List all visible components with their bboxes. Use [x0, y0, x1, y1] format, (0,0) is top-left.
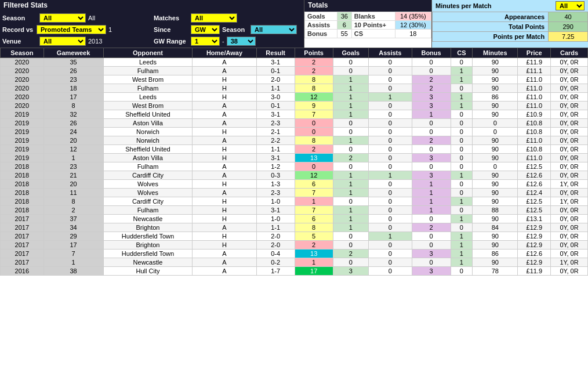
venue-select[interactable]: All	[39, 37, 86, 46]
cell-assists: 0	[369, 58, 412, 67]
season-label: Season	[2, 15, 37, 21]
gw-from-select[interactable]: 1	[191, 37, 220, 46]
cell-result: 3-1	[256, 206, 295, 215]
cell-bonus: 1	[412, 180, 451, 189]
cell-goals: 0	[333, 58, 368, 67]
cell-cards: 0Y, 0R	[551, 128, 588, 136]
cell-cs: 0	[451, 110, 473, 119]
cell-minutes: 90	[473, 171, 518, 180]
cell-season: 2017	[1, 232, 44, 241]
since-label: Since	[154, 26, 188, 33]
season-all-text: All	[88, 15, 95, 21]
since-select[interactable]: GW	[191, 25, 220, 34]
cell-bonus: 3	[412, 267, 451, 276]
cell-points: 13	[295, 154, 333, 162]
cell-goals: 0	[333, 258, 368, 267]
cell-minutes: 0	[473, 119, 518, 128]
cell-opponent: Wolves	[103, 180, 193, 189]
record-vs-select[interactable]: Promoted Teams	[37, 25, 106, 34]
table-row: 201734BrightonA1-18102084£12.90Y, 0R	[1, 223, 588, 232]
cell-price: £10.8	[518, 128, 551, 136]
cell-assists: 0	[369, 162, 412, 171]
cell-price: £12.5	[518, 162, 551, 171]
cell-gameweek: 11	[43, 189, 103, 197]
cell-season: 2020	[1, 58, 44, 67]
cell-homeaway: H	[193, 197, 256, 206]
cell-points: 1	[295, 258, 333, 267]
col-header-cards: Cards	[551, 48, 588, 58]
cell-price: £11.0	[518, 75, 551, 84]
cell-cards: 0Y, 0R	[551, 58, 588, 67]
gw-range-label: GW Range	[154, 38, 188, 45]
season2-label: Season	[222, 26, 248, 33]
cell-minutes: 90	[473, 75, 518, 84]
cell-cs: 1	[451, 232, 473, 241]
cell-price: £11.0	[518, 84, 551, 93]
cell-cs: 0	[451, 206, 473, 215]
cell-opponent: Cardiff City	[103, 197, 193, 206]
table-row: 20171NewcastleA0-21000190£12.91Y, 0R	[1, 258, 588, 267]
cell-gameweek: 23	[43, 162, 103, 171]
cell-gameweek: 38	[43, 267, 103, 276]
cell-goals: 1	[333, 93, 368, 102]
col-header-assists: Assists	[369, 48, 412, 58]
ppm-value: 7.25	[549, 32, 588, 42]
cell-cards: 0Y, 0R	[551, 102, 588, 110]
cell-opponent: Wolves	[103, 189, 193, 197]
table-row: 201920NorwichA2-28102090£11.00Y, 0R	[1, 136, 588, 145]
table-row: 202017LeedsH3-012113186£11.00Y, 0R	[1, 93, 588, 102]
cell-cs: 0	[451, 162, 473, 171]
cell-result: 1-3	[256, 180, 295, 189]
cell-bonus: 0	[412, 241, 451, 250]
cell-bonus: 2	[412, 223, 451, 232]
gw-to-select[interactable]: 38	[227, 37, 256, 46]
cell-opponent: Cardiff City	[103, 171, 193, 180]
cell-cs: 0	[451, 223, 473, 232]
cell-cards: 0Y, 0R	[551, 223, 588, 232]
cell-season: 2017	[1, 258, 44, 267]
cell-minutes: 90	[473, 102, 518, 110]
cell-result: 2-0	[256, 75, 295, 84]
table-row: 20208West BromA0-19103190£11.00Y, 0R	[1, 102, 588, 110]
cell-price: £10.8	[518, 145, 551, 154]
season2-select[interactable]: All	[251, 25, 297, 34]
cell-cs: 1	[451, 171, 473, 180]
season-select[interactable]: All	[39, 13, 86, 23]
record-vs-row: Record vs Promoted Teams 1	[1, 24, 151, 35]
cell-minutes: 90	[473, 145, 518, 154]
cell-homeaway: H	[193, 180, 256, 189]
cell-points: 13	[295, 250, 333, 258]
table-row: 201717BrightonH2-02000190£12.90Y, 0R	[1, 241, 588, 250]
cell-assists: 0	[369, 241, 412, 250]
since-season-row: Since GW Season All	[153, 24, 303, 35]
cell-opponent: Norwich	[103, 136, 193, 145]
cell-cs: 0	[451, 58, 473, 67]
mpm-filter[interactable]: All	[556, 1, 585, 10]
cell-bonus: 2	[412, 84, 451, 93]
cell-cards: 0Y, 0R	[551, 75, 588, 84]
cell-assists: 0	[369, 189, 412, 197]
cell-price: £12.6	[518, 250, 551, 258]
table-row: 201638Hull CityA1-717303078£11.90Y, 0R	[1, 267, 588, 276]
matches-select[interactable]: All	[191, 13, 237, 23]
cell-assists: 0	[369, 128, 412, 136]
cell-homeaway: A	[193, 250, 256, 258]
cell-points: 2	[295, 145, 333, 154]
table-row: 201823FulhamA1-2000000£12.50Y, 0R	[1, 162, 588, 171]
cell-homeaway: A	[193, 223, 256, 232]
cell-gameweek: 32	[43, 110, 103, 119]
cell-assists: 0	[369, 197, 412, 206]
table-row: 202018FulhamH1-18102090£11.00Y, 0R	[1, 84, 588, 93]
cell-assists: 0	[369, 119, 412, 128]
cell-homeaway: A	[193, 162, 256, 171]
cs-label: CS	[351, 30, 395, 38]
cell-cs: 1	[451, 250, 473, 258]
cell-season: 2018	[1, 162, 44, 171]
cell-cs: 1	[451, 258, 473, 267]
venue-year: 2013	[88, 38, 102, 45]
cell-season: 2020	[1, 75, 44, 84]
cell-goals: 0	[333, 67, 368, 75]
cell-bonus: 3	[412, 93, 451, 102]
cell-cards: 0Y, 0R	[551, 110, 588, 119]
cell-bonus: 0	[412, 145, 451, 154]
